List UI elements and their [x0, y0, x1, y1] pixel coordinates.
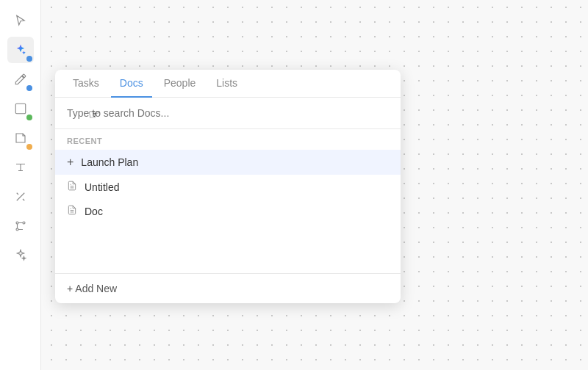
- sidebar-item-magic[interactable]: [7, 37, 34, 63]
- search-area: [55, 98, 401, 129]
- plus-icon: +: [67, 156, 74, 169]
- svg-point-3: [16, 228, 18, 231]
- svg-point-1: [16, 222, 18, 224]
- doc-item-untitled[interactable]: Untitled: [55, 175, 401, 199]
- add-new-label: + Add New: [67, 283, 117, 294]
- sidebar-item-cursor[interactable]: [7, 7, 34, 34]
- tab-docs[interactable]: Docs: [111, 70, 152, 98]
- dot-green-shape: [26, 115, 32, 120]
- svg-point-2: [23, 222, 25, 224]
- doc-title-untitled: Untitled: [85, 181, 119, 193]
- sidebar-item-sticky[interactable]: [7, 125, 34, 151]
- doc-item-doc[interactable]: Doc: [55, 199, 401, 223]
- doc-title-doc: Doc: [85, 206, 103, 217]
- dot-blue-magic: [26, 56, 32, 62]
- sidebar-item-text[interactable]: [7, 154, 34, 181]
- tab-tasks[interactable]: Tasks: [64, 70, 108, 98]
- tabs-container: Tasks Docs People Lists: [55, 70, 401, 98]
- sidebar-item-shape[interactable]: [7, 95, 34, 122]
- recent-label: RECENT: [55, 129, 401, 150]
- popup-panel: Tasks Docs People Lists RECENT + Launch …: [55, 70, 401, 303]
- sidebar-item-connect[interactable]: [7, 213, 34, 239]
- dot-yellow-sticky: [26, 144, 32, 150]
- add-new-button[interactable]: + Add New: [55, 273, 401, 303]
- doc-item-launch-plan[interactable]: + Launch Plan: [55, 150, 401, 175]
- sidebar-item-magic2[interactable]: [7, 242, 34, 269]
- search-input[interactable]: [67, 107, 389, 119]
- doc-icon-untitled: [67, 181, 77, 193]
- doc-icon-doc: [67, 205, 77, 217]
- sidebar-item-pencil[interactable]: [7, 66, 34, 92]
- doc-list: + Launch Plan Untitled Doc: [55, 150, 401, 229]
- sidebar: [0, 0, 41, 370]
- svg-rect-0: [15, 104, 26, 114]
- dot-blue-pencil: [26, 85, 32, 91]
- tab-lists[interactable]: Lists: [207, 70, 246, 98]
- tab-people[interactable]: People: [155, 70, 205, 98]
- doc-title-launch-plan: Launch Plan: [81, 156, 138, 168]
- sidebar-item-line[interactable]: [7, 184, 34, 210]
